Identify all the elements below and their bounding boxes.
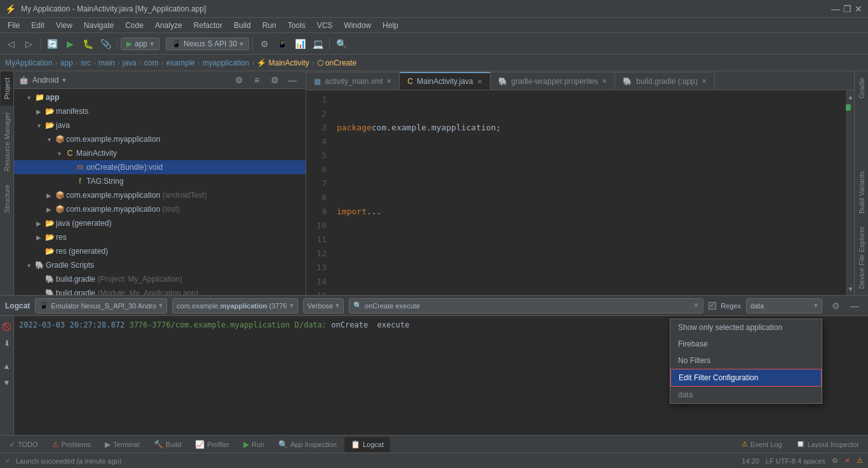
breadcrumb-oncreate[interactable]: ⬡ onCreate [317, 59, 357, 67]
breadcrumb-com[interactable]: com [144, 59, 159, 67]
tab-build-gradle[interactable]: 🐘 build.gradle (:app) ✕ [615, 72, 715, 90]
breadcrumb-main[interactable]: main [98, 59, 115, 67]
tab-profiler[interactable]: 📈 Profiler [189, 437, 236, 452]
gradle-tab[interactable]: Gradle [855, 71, 868, 105]
logcat-up-button[interactable]: ▲ [0, 358, 15, 375]
tab-event-log[interactable]: ⚠ Event Log [735, 437, 789, 452]
regex-checkbox[interactable] [709, 302, 716, 310]
menu-refactor[interactable]: Refactor [189, 20, 227, 31]
tab-terminal[interactable]: ▶ Terminal [98, 437, 146, 452]
build-variants-tab[interactable]: Build Variants [855, 165, 868, 220]
dropdown-data[interactable]: data [670, 387, 822, 403]
search-clear[interactable]: ✕ [693, 301, 699, 310]
tree-item-package-main[interactable]: ▾ 📦 com.example.myapplication [14, 132, 306, 146]
maximize-button[interactable]: ❐ [843, 4, 851, 13]
emulator-selector[interactable]: 📱 Emulator Nexus_S_API_30 Andro ▾ [35, 298, 167, 313]
structure-tab[interactable]: Structure [1, 178, 13, 219]
logcat-settings-button[interactable]: ⚙ [827, 298, 844, 314]
breadcrumb-app[interactable]: app [60, 59, 73, 67]
tab-logcat[interactable]: 📋 Logcat [344, 437, 390, 452]
tree-item-res[interactable]: ▶ 📂 res [14, 230, 306, 244]
editor-scrollbar[interactable]: ▲ ▼ [846, 90, 854, 295]
menu-edit[interactable]: Edit [26, 20, 50, 31]
tree-item-package-test[interactable]: ▶ 📦 com.example.myapplication (test) [14, 202, 306, 216]
logcat-down-button[interactable]: ▼ [0, 375, 15, 391]
tree-item-gradle-scripts[interactable]: ▾ 🐘 Gradle Scripts [14, 258, 306, 272]
tab-run[interactable]: ▶ Run [237, 437, 271, 452]
close-xml-tab[interactable]: ✕ [386, 78, 391, 85]
tree-item-java-generated[interactable]: ▶ 📂 java (generated) [14, 216, 306, 230]
tree-item-app[interactable]: ▾ 📁 app [14, 90, 306, 104]
menu-tools[interactable]: Tools [283, 20, 311, 31]
search-everywhere-button[interactable]: 🔍 [333, 36, 349, 52]
resource-manager-tab[interactable]: Resource Manager [1, 106, 13, 178]
tab-gradle-wrapper[interactable]: 🐘 gradle-wrapper.properties ✕ [491, 72, 616, 90]
project-cog-button[interactable]: ⚙ [231, 72, 247, 88]
tab-activity-main-xml[interactable]: ▦ activity_main.xml ✕ [306, 72, 400, 90]
code-editor[interactable]: 1 2 3 4 5 6 7 8 9 10 11 12 13 14 15 16 1… [306, 90, 854, 295]
gradle-sync-button[interactable]: 🔄 [44, 36, 60, 52]
tree-item-java[interactable]: ▾ 📂 java [14, 118, 306, 132]
project-settings-button[interactable]: ⚙ [266, 72, 283, 88]
tree-item-build-gradle-project[interactable]: 🐘 build.gradle (Project: My_Application) [14, 272, 306, 286]
menu-vcs[interactable]: VCS [312, 20, 338, 31]
dropdown-firebase[interactable]: Firebase [670, 336, 822, 352]
tab-app-inspection[interactable]: 🔍 App Inspection [272, 437, 343, 452]
filter-selector[interactable]: data ▾ [746, 298, 822, 313]
close-button[interactable]: ✕ [854, 4, 863, 13]
device-manager-button[interactable]: 💻 [309, 36, 326, 52]
logcat-search-box[interactable]: 🔍 onCreate execute ✕ [349, 298, 703, 313]
avd-manager-button[interactable]: 📱 [274, 36, 290, 52]
menu-analyze[interactable]: Analyze [150, 20, 187, 31]
minimize-button[interactable]: — [831, 4, 840, 13]
breadcrumb-mainactivity[interactable]: ⚡ MainActivity [257, 59, 309, 67]
logcat-clear-button[interactable]: 🚫 [0, 319, 15, 335]
tree-item-mainactivity[interactable]: ▾ C MainActivity [14, 146, 306, 160]
device-selector[interactable]: 📱 Nexus S API 30 ▾ [166, 38, 249, 50]
breadcrumb-example[interactable]: example [166, 59, 194, 67]
tree-item-build-gradle-app[interactable]: 🐘 build.gradle (Module: My_Application.a… [14, 286, 306, 295]
breadcrumb-myapplication[interactable]: myapplication [203, 59, 249, 67]
tree-item-manifests[interactable]: ▶ 📂 manifests [14, 104, 306, 118]
run-button[interactable]: ▶ [62, 36, 78, 52]
menu-code[interactable]: Code [120, 20, 149, 31]
profiler-button[interactable]: 📊 [292, 36, 308, 52]
menu-view[interactable]: View [51, 20, 78, 31]
tree-item-package-androidtest[interactable]: ▶ 📦 com.example.myapplication (androidTe… [14, 188, 306, 202]
project-tab[interactable]: Project [1, 71, 13, 106]
breadcrumb-src[interactable]: src [81, 59, 91, 67]
menu-build[interactable]: Build [229, 20, 256, 31]
verbose-selector[interactable]: Verbose ▾ [303, 298, 344, 313]
menu-navigate[interactable]: Navigate [79, 20, 119, 31]
tree-item-oncreate[interactable]: ▶ m onCreate(Bundle):void [14, 160, 306, 174]
tab-problems[interactable]: ⚠ Problems [46, 437, 97, 452]
close-java-tab[interactable]: ✕ [477, 78, 482, 85]
sdk-manager-button[interactable]: ⚙ [256, 36, 273, 52]
package-selector[interactable]: com.example.myapplication (3776 ▾ [172, 298, 298, 313]
device-file-explorer-tab[interactable]: Device File Explorer [855, 220, 868, 295]
breadcrumb-myapp[interactable]: MyApplication [5, 59, 53, 67]
tab-mainactivity-java[interactable]: C MainActivity.java ✕ [400, 72, 490, 90]
dropdown-edit-filter-config[interactable]: Edit Filter Configuration [670, 369, 822, 387]
attach-debugger-button[interactable]: 📎 [97, 36, 114, 52]
back-button[interactable]: ◁ [3, 36, 19, 52]
project-collapse-button[interactable]: ≡ [248, 72, 265, 88]
tree-item-tag[interactable]: ▶ f TAG:String [14, 174, 306, 188]
menu-run[interactable]: Run [257, 20, 281, 31]
code-content[interactable]: package com.example.myapplication; impor… [332, 90, 846, 295]
forward-button[interactable]: ▷ [20, 36, 37, 52]
project-minimize-button[interactable]: — [284, 72, 301, 88]
logcat-scroll-button[interactable]: ⬇ [0, 335, 15, 352]
menu-help[interactable]: Help [377, 20, 403, 31]
dropdown-show-selected[interactable]: Show only selected application [670, 319, 822, 336]
logcat-close-button[interactable]: — [846, 298, 863, 314]
debug-button[interactable]: 🐛 [79, 36, 96, 52]
tab-build[interactable]: 🔨 Build [147, 437, 187, 452]
scroll-up-arrow[interactable]: ▲ [848, 93, 854, 100]
menu-window[interactable]: Window [339, 20, 376, 31]
tree-item-res-generated[interactable]: ▶ 📂 res (generated) [14, 244, 306, 258]
close-prop-tab[interactable]: ✕ [602, 78, 607, 85]
regex-toggle[interactable]: Regex [709, 302, 741, 310]
breadcrumb-java[interactable]: java [123, 59, 137, 67]
scroll-down-arrow[interactable]: ▼ [848, 286, 854, 292]
